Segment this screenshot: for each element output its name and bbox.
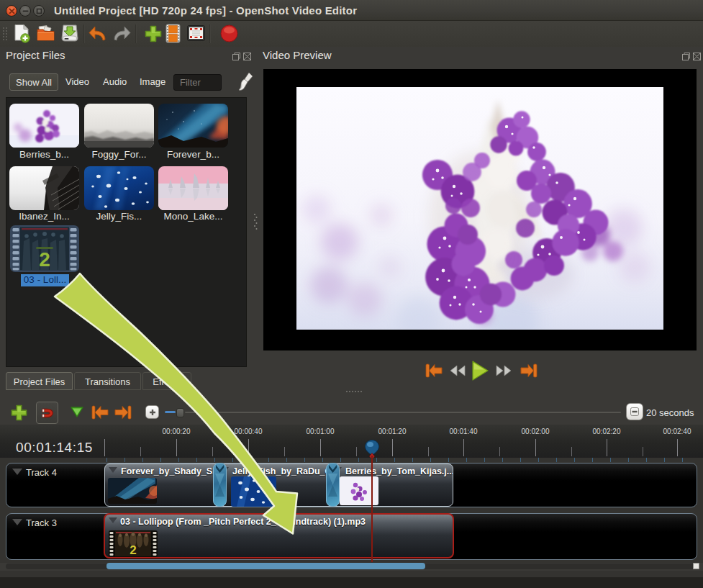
- svg-text:2: 2: [39, 248, 50, 271]
- svg-text:2: 2: [130, 543, 136, 557]
